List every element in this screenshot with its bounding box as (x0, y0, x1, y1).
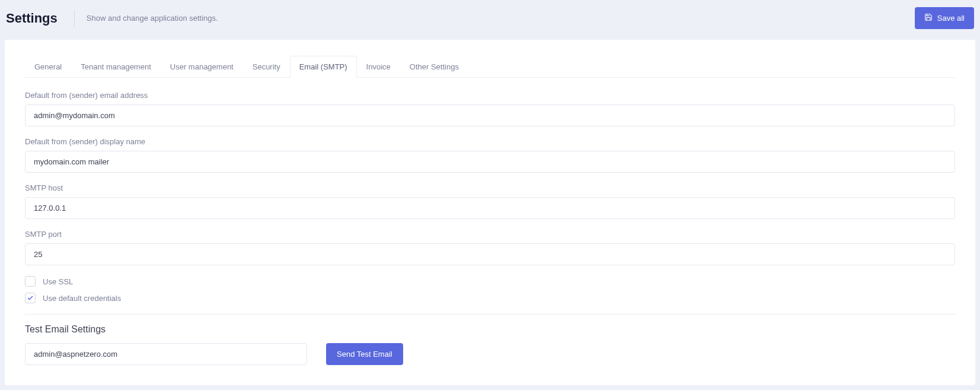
smtp-host-label: SMTP host (25, 183, 955, 192)
smtp-port-label: SMTP port (25, 230, 955, 239)
use-ssl-row: Use SSL (25, 276, 955, 287)
test-email-row: Send Test Email (25, 343, 955, 365)
tab-general[interactable]: General (25, 56, 71, 78)
from-name-input[interactable] (25, 151, 955, 173)
save-all-button[interactable]: Save all (915, 7, 974, 29)
page-title: Settings (6, 10, 75, 27)
tabs: General Tenant management User managemen… (25, 55, 955, 78)
smtp-port-input[interactable] (25, 243, 955, 265)
use-default-creds-checkbox[interactable] (25, 293, 36, 303)
use-default-creds-label: Use default credentials (43, 294, 121, 303)
use-ssl-label: Use SSL (43, 277, 73, 286)
from-email-input[interactable] (25, 104, 955, 126)
tab-user-management[interactable]: User management (161, 56, 243, 78)
use-default-creds-row: Use default credentials (25, 293, 955, 303)
header-left: Settings Show and change application set… (6, 10, 218, 27)
tab-invoice[interactable]: Invoice (357, 56, 400, 78)
tab-tenant-management[interactable]: Tenant management (71, 56, 161, 78)
settings-card: General Tenant management User managemen… (5, 40, 975, 385)
test-email-title: Test Email Settings (25, 324, 955, 335)
tab-security[interactable]: Security (243, 56, 290, 78)
from-name-label: Default from (sender) display name (25, 137, 955, 146)
divider (25, 314, 955, 315)
from-email-label: Default from (sender) email address (25, 91, 955, 100)
test-email-input[interactable] (25, 343, 307, 365)
use-ssl-checkbox[interactable] (25, 276, 36, 287)
save-all-label: Save all (937, 14, 965, 23)
smtp-port-group: SMTP port (25, 230, 955, 265)
from-name-group: Default from (sender) display name (25, 137, 955, 173)
send-test-email-button[interactable]: Send Test Email (326, 343, 403, 365)
from-email-group: Default from (sender) email address (25, 91, 955, 126)
tab-other-settings[interactable]: Other Settings (400, 56, 468, 78)
page-header: Settings Show and change application set… (0, 0, 980, 40)
page-subtitle: Show and change application settings. (75, 14, 218, 23)
save-icon (924, 13, 933, 23)
tab-email-smtp[interactable]: Email (SMTP) (290, 56, 357, 78)
smtp-host-group: SMTP host (25, 183, 955, 219)
smtp-host-input[interactable] (25, 197, 955, 219)
